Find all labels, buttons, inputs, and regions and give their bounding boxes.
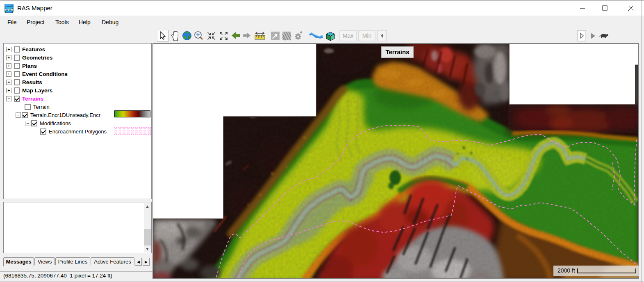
svg-text:Max: Max	[343, 32, 353, 39]
svg-text:Min: Min	[362, 32, 372, 39]
